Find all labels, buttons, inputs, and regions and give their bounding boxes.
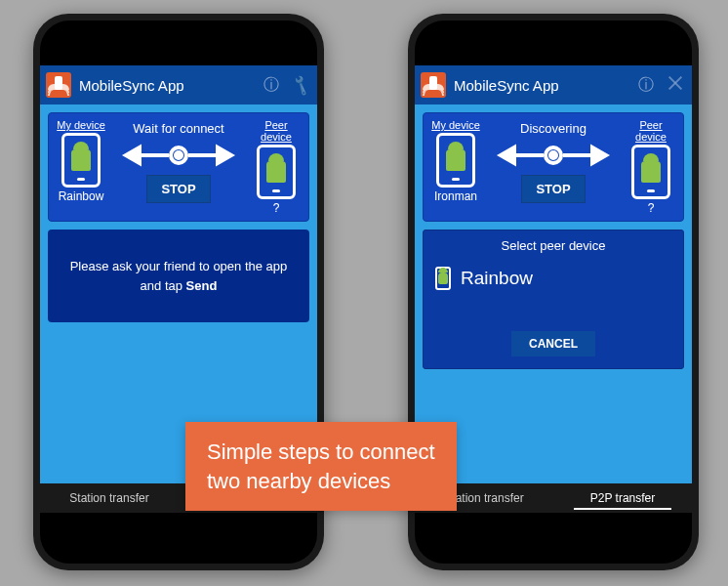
- peer-device-label: Peer device: [625, 119, 677, 143]
- connection-arrows-icon: [482, 142, 625, 169]
- status-column: Wait for connect: [107, 119, 250, 203]
- banner-line1: Simple steps to connect: [207, 438, 435, 467]
- info-icon[interactable]: ⓘ: [261, 75, 282, 96]
- peer-name: Rainbow: [461, 268, 533, 289]
- my-device-name: Rainbow: [55, 189, 107, 203]
- screen: MobileSync App ⓘ My device Ironman Disco…: [415, 65, 692, 513]
- stop-button[interactable]: STOP: [146, 175, 210, 203]
- svg-marker-11: [592, 147, 606, 163]
- my-device-col: My device Rainbow: [55, 119, 107, 203]
- status-text: Discovering: [482, 121, 625, 136]
- my-device-col: My device Ironman: [429, 119, 482, 203]
- device-icon: [435, 267, 451, 290]
- settings-tools-icon[interactable]: [665, 73, 686, 97]
- phone-inner: MobileSync App ⓘ My device Ironman Disco…: [415, 21, 692, 564]
- settings-wrench-icon[interactable]: 🔧: [290, 76, 311, 94]
- banner-line2: two nearby devices: [207, 467, 435, 496]
- select-peer-dialog: Select peer device Rainbow CANCEL: [423, 230, 684, 369]
- status-column: Discovering: [482, 119, 625, 203]
- tab-p2p-transfer[interactable]: P2P transfer: [553, 483, 692, 513]
- peer-device-icon: [257, 145, 296, 199]
- my-device-icon: [436, 133, 475, 188]
- peer-list-item[interactable]: Rainbow: [433, 261, 673, 308]
- my-device-name: Ironman: [429, 189, 482, 203]
- app-title: MobileSync App: [79, 77, 253, 94]
- android-icon: [438, 272, 448, 284]
- instruction-panel: Please ask your friend to open the app a…: [48, 230, 309, 322]
- svg-marker-5: [218, 147, 231, 163]
- instruction-bold: Send: [186, 278, 218, 293]
- connection-panel: My device Rainbow Wait for connect: [48, 112, 309, 222]
- caption-banner: Simple steps to connect two nearby devic…: [185, 422, 457, 511]
- status-text: Wait for connect: [107, 121, 250, 136]
- svg-marker-7: [501, 147, 514, 163]
- app-bar: MobileSync App ⓘ 🔧: [40, 65, 317, 105]
- stop-button[interactable]: STOP: [521, 175, 585, 203]
- my-device-label: My device: [55, 119, 107, 131]
- android-icon: [71, 149, 91, 171]
- android-icon: [446, 149, 465, 171]
- tab-station-transfer[interactable]: Station transfer: [40, 483, 179, 513]
- bottom-tabs: Station transfer P2P transfer: [415, 483, 692, 513]
- cancel-button[interactable]: CANCEL: [511, 331, 595, 356]
- instruction-text: Please ask your friend to open the app a…: [70, 259, 288, 293]
- android-icon: [266, 161, 286, 183]
- my-device-icon: [61, 133, 101, 188]
- app-logo-icon: [46, 72, 71, 98]
- peer-device-label: Peer device: [250, 119, 303, 143]
- peer-device-name: ?: [250, 201, 303, 215]
- app-bar: MobileSync App ⓘ: [415, 65, 692, 105]
- peer-device-col: Peer device ?: [625, 119, 677, 215]
- connection-panel: My device Ironman Discovering: [423, 112, 684, 222]
- svg-marker-1: [126, 147, 140, 163]
- peer-device-icon: [631, 145, 670, 199]
- info-icon[interactable]: ⓘ: [635, 75, 657, 96]
- dialog-title: Select peer device: [433, 238, 673, 253]
- peer-device-col: Peer device ?: [250, 119, 303, 215]
- my-device-label: My device: [429, 119, 482, 131]
- app-title: MobileSync App: [454, 77, 627, 94]
- peer-device-name: ?: [625, 201, 677, 215]
- app-logo-icon: [421, 72, 446, 98]
- svg-point-3: [176, 152, 182, 158]
- android-icon: [641, 161, 661, 183]
- connection-arrows-icon: [107, 142, 250, 169]
- svg-point-9: [550, 152, 556, 158]
